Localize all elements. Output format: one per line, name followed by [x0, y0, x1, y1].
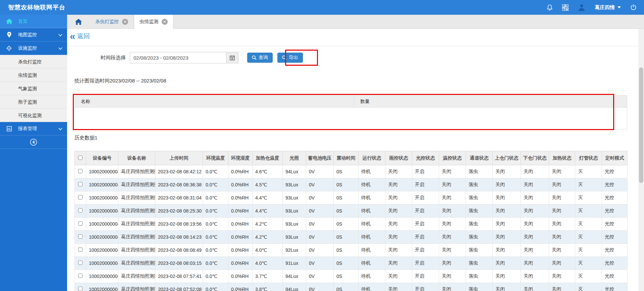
cell: 落虫	[466, 257, 493, 270]
cell: 灭	[575, 205, 602, 218]
sidebar-collapse-button[interactable]	[0, 135, 67, 149]
row-checkbox[interactable]	[78, 274, 83, 278]
sidebar-item-map-monitor[interactable]: 地图监控	[0, 28, 67, 42]
cell: 光控	[602, 283, 628, 291]
cell: 待机	[359, 283, 385, 291]
cell: 0.0℃	[203, 205, 228, 218]
search-icon	[282, 55, 287, 60]
cell: 4.6℃	[253, 165, 283, 178]
sidebar-item-label: 设施监控	[18, 45, 37, 51]
row-checkbox[interactable]	[78, 234, 83, 239]
cell: 待机	[359, 205, 385, 218]
row-checkbox[interactable]	[78, 208, 83, 213]
row-checkbox[interactable]	[78, 247, 83, 252]
select-all-checkbox[interactable]	[78, 156, 83, 160]
row-checkbox[interactable]	[78, 260, 83, 265]
cell: 93Lux	[283, 218, 306, 231]
sidebar-item-spore-monitor[interactable]: 孢子监测	[0, 95, 67, 109]
cell: 落虫	[466, 165, 493, 178]
vertical-scrollbar[interactable]	[638, 29, 644, 291]
table-row: 100020000004葛庄四情拍照测报2023-02-08 08:19:560…	[75, 218, 628, 231]
close-icon[interactable]: ✕	[122, 19, 128, 25]
column-header: 灯管状态	[575, 151, 602, 165]
cell: 关闭	[385, 231, 412, 244]
cell: 0S	[334, 231, 359, 244]
cell: 0.0℃	[203, 218, 228, 231]
tab-insect-monitor[interactable]: 虫情监测 ✕	[134, 15, 173, 29]
date-range-input[interactable]	[130, 52, 226, 63]
divider	[74, 91, 627, 91]
history-title: 历史数据1	[74, 135, 97, 141]
qr-code-icon[interactable]	[562, 4, 569, 11]
back-button[interactable]: « 返回	[70, 32, 90, 41]
stats-table-header: 名称 数量	[75, 96, 627, 108]
tab-label: 杀虫灯监控	[95, 19, 119, 25]
cell: 0V	[306, 270, 334, 283]
cell: 关闭	[521, 270, 549, 283]
row-checkbox[interactable]	[78, 287, 83, 291]
cell: 待机	[359, 257, 385, 270]
column-header: 定时模式	[602, 151, 628, 165]
sidebar: 首页 地图监控 设施监控 杀虫灯监控 虫情监测 气象监测 孢子监测 可视化监测 …	[0, 15, 67, 291]
target-icon	[0, 46, 18, 51]
column-header: 上传时间	[155, 151, 203, 165]
tab-home-button[interactable]	[67, 15, 90, 28]
cell: 0.0℃	[203, 257, 228, 270]
cell: 关闭	[521, 191, 549, 205]
history-header-row: 设备编号设备名称上传时间环境温度环境湿度加热仓温度光照蓄电池电压震动时间运行状态…	[75, 151, 628, 165]
cell: 光控	[602, 270, 628, 283]
sidebar-item-home[interactable]: 首页	[0, 15, 67, 28]
query-button-label: 查询	[259, 55, 268, 61]
sidebar-item-insect-lamp[interactable]: 杀虫灯监控	[0, 55, 67, 68]
cell: 3.7℃	[253, 270, 283, 283]
column-header: 下仓门状态	[521, 151, 549, 165]
cell: 94Lux	[283, 165, 306, 178]
cell: 0.0℃	[203, 231, 228, 244]
tab-insect-lamp[interactable]: 杀虫灯监控 ✕	[90, 15, 134, 28]
export-button[interactable]: 导出	[277, 53, 303, 63]
power-icon[interactable]	[630, 4, 637, 11]
cell: 关闭	[385, 283, 412, 291]
cell: 0.0℃	[203, 270, 228, 283]
cell: 关闭	[549, 231, 575, 244]
cell: 2023-02-08 08:08:49	[155, 244, 203, 257]
user-avatar-icon[interactable]	[578, 4, 585, 11]
cell: 4.2℃	[253, 218, 283, 231]
cell: 关闭	[549, 178, 575, 191]
cell: 葛庄四情拍照测报	[118, 244, 155, 257]
cell: 落虫	[466, 244, 493, 257]
scrollbar-thumb[interactable]	[639, 67, 643, 183]
query-button[interactable]: 查询	[247, 53, 273, 63]
column-header: 光照	[283, 151, 306, 165]
sidebar-item-weather-monitor[interactable]: 气象监测	[0, 82, 67, 95]
home-icon	[0, 19, 18, 24]
cell: 2023-02-08 07:57:41	[155, 270, 203, 283]
row-checkbox[interactable]	[78, 169, 83, 173]
row-checkbox[interactable]	[78, 182, 83, 186]
column-header: 雨控状态	[385, 151, 412, 165]
bell-icon[interactable]	[547, 4, 553, 11]
cell: 关闭	[493, 231, 521, 244]
sidebar-item-report-manage[interactable]: 报表管理	[0, 122, 67, 135]
cell: 4.5℃	[253, 178, 283, 191]
cell: 关闭	[493, 178, 521, 191]
cell: 关闭	[493, 244, 521, 257]
cell: 2023-02-08 08:19:56	[155, 218, 203, 231]
sidebar-item-visual-monitor[interactable]: 可视化监测	[0, 109, 67, 122]
cell: 100020000004	[86, 191, 118, 205]
row-checkbox[interactable]	[78, 221, 83, 226]
cell: 葛庄四情拍照测报	[118, 231, 155, 244]
cell: 0.0%RH	[228, 218, 253, 231]
cell: 关闭	[493, 283, 521, 291]
user-menu[interactable]: 葛庄四情	[595, 4, 621, 11]
sidebar-item-facility-monitor[interactable]: 设施监控	[0, 42, 67, 55]
cell: 0.0%RH	[228, 165, 253, 178]
close-icon[interactable]: ✕	[162, 19, 168, 25]
cell: 关闭	[439, 283, 466, 291]
row-checkbox[interactable]	[78, 195, 83, 199]
cell: 0S	[334, 218, 359, 231]
cell: 100020000004	[86, 165, 118, 178]
sidebar-item-insect-monitor[interactable]: 虫情监测	[0, 68, 67, 82]
cell: 100020000004	[86, 231, 118, 244]
calendar-button[interactable]	[226, 52, 238, 63]
